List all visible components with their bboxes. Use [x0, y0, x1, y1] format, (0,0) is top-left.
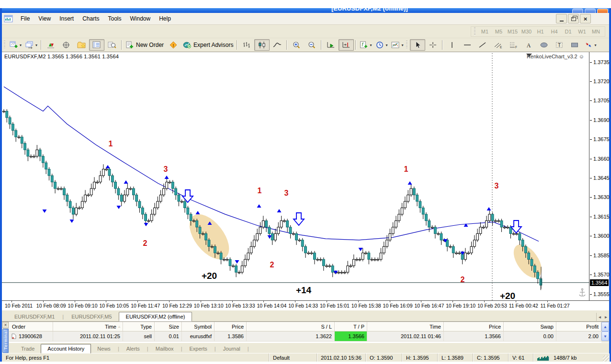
minimize-button[interactable] [572, 9, 583, 13]
resize-grip[interactable] [603, 355, 609, 362]
column-header-type-2[interactable]: Type [123, 322, 155, 331]
column-header-symbol-4[interactable]: Symbol [182, 322, 215, 331]
column-header-swap-10[interactable]: Swap [504, 322, 556, 331]
horizontal-line-button[interactable] [460, 39, 475, 51]
column-header-sl-6[interactable]: S / L [247, 322, 335, 331]
price-chart[interactable]: 123132123+20+14+20 EURUSDFXF,M2 1.3565 1… [2, 52, 589, 300]
text-label-button[interactable]: T [552, 39, 567, 51]
new-chart-button[interactable]: ▾ [8, 39, 23, 51]
strategy-tester-button[interactable] [104, 39, 120, 51]
chart-tab-3[interactable]: EURUSDFXF,M2 (offline) [119, 312, 192, 321]
terminal-tab-alerts[interactable]: Alerts [120, 344, 146, 353]
column-header-size-3[interactable]: Size [155, 322, 182, 331]
profiles-button[interactable]: ▾ [23, 39, 39, 51]
price-axis[interactable]: 1.37351.37201.37051.36901.36751.36601.36… [589, 52, 609, 300]
arrows-button[interactable]: ▾ [582, 39, 598, 51]
indicators-button[interactable]: f▾ [358, 39, 373, 51]
chart-tab-1[interactable]: EURUSDFXF,M1 [8, 312, 61, 321]
restore-button[interactable] [585, 9, 596, 13]
terminal-close-button[interactable]: × [2, 322, 9, 328]
terminal-tab-trade[interactable]: Trade [15, 344, 41, 353]
rectangle-button[interactable] [567, 39, 582, 51]
column-header-price-9[interactable]: Price [444, 322, 504, 331]
chart-close-button[interactable]: × [580, 14, 591, 23]
cursor-button[interactable] [410, 39, 425, 51]
terminal-tab-account-history[interactable]: Account History [41, 344, 91, 353]
column-header-time-8[interactable]: Time [367, 322, 444, 331]
timeframe-m1[interactable]: M1 [478, 27, 492, 36]
menu-window[interactable]: Window [126, 14, 155, 23]
equidistant-channel-button[interactable]: E [490, 39, 506, 51]
menu-help[interactable]: Help [155, 14, 175, 23]
terminal-button[interactable] [89, 39, 104, 51]
connection-bars-icon [537, 355, 550, 361]
price-tick: 1.3690 [593, 117, 610, 123]
zoom-out-button[interactable] [304, 39, 319, 51]
navigator-button[interactable] [74, 39, 89, 51]
chart-restore-button[interactable] [568, 14, 579, 23]
order-row[interactable]: 139006282011.02.11 01:25sell0.01eurusdfx… [9, 331, 601, 342]
vertical-line-button[interactable] [444, 39, 460, 51]
scroll-down-button[interactable]: ▼ [601, 331, 609, 341]
timeframe-mn[interactable]: MN [589, 27, 603, 36]
svg-text:3: 3 [284, 189, 289, 197]
dropdown-caret-icon: ▾ [401, 43, 403, 47]
time-tick: 10 Feb 11:47 [131, 303, 160, 309]
timeframe-m30[interactable]: M30 [520, 27, 533, 36]
timeframe-d1[interactable]: D1 [561, 27, 575, 36]
menu-view[interactable]: View [34, 14, 55, 23]
menu-insert[interactable]: Insert [55, 14, 78, 23]
tab-scroll-right-icon[interactable]: ▸ [603, 313, 609, 321]
zoom-in-button[interactable] [289, 39, 304, 51]
menu-tools[interactable]: Tools [104, 14, 126, 23]
expert-advisors-button[interactable]: Expert Advisors [181, 39, 235, 51]
timeframe-h1[interactable]: H1 [533, 27, 547, 36]
line-chart-button[interactable] [270, 39, 285, 51]
terminal-tab-mailbox[interactable]: Mailbox [149, 344, 180, 353]
ellipse-button[interactable] [536, 39, 552, 51]
timeframe-m5[interactable]: M5 [492, 27, 506, 36]
status-profile[interactable]: Default [269, 353, 317, 362]
profiles-icon [25, 41, 34, 49]
templates-button[interactable]: ▾ [389, 39, 405, 51]
chart-minimize-button[interactable] [556, 14, 567, 23]
terminal-tab-journal[interactable]: Journal [217, 344, 247, 353]
candlestick-button[interactable] [254, 39, 270, 51]
order-cell-order-0: 13900628 [9, 331, 53, 341]
chart-tab-2[interactable]: EURUSDFXF,M5 [65, 312, 118, 321]
chart-shift-button[interactable] [339, 39, 354, 51]
menu-file[interactable]: File [16, 14, 34, 23]
timeframe-h4[interactable]: H4 [547, 27, 561, 36]
terminal-scrollbar: ▲ ▼ [601, 322, 609, 342]
trendline-button[interactable] [475, 39, 490, 51]
column-header-order-0[interactable]: Order [9, 322, 53, 331]
scroll-up-button[interactable]: ▲ [601, 322, 609, 331]
data-window-button[interactable] [58, 39, 74, 51]
close-button[interactable] [597, 9, 608, 13]
periods-button[interactable]: ▾ [373, 39, 389, 51]
metaeditor-button[interactable]: ! [166, 39, 181, 51]
column-header-tp-7[interactable]: T / P [335, 322, 367, 331]
menu-charts[interactable]: Charts [78, 14, 103, 23]
terminal-panel: × Terminal OrderTime▵TypeSizeSymbolPrice… [2, 321, 609, 353]
fibonacci-button[interactable]: F [506, 39, 521, 51]
column-header-profit-11[interactable]: Profit [556, 322, 601, 331]
column-header-price-5[interactable]: Price [215, 322, 247, 331]
text-button[interactable]: A [521, 39, 536, 51]
terminal-panel-tab[interactable]: Terminal [2, 329, 9, 353]
timeframe-w1[interactable]: W1 [575, 27, 589, 36]
bar-chart-button[interactable] [239, 39, 254, 51]
crosshair-button[interactable] [425, 39, 441, 51]
market-watch-button[interactable] [43, 39, 58, 51]
order-cell-sl-6: 1.3622 [247, 331, 335, 341]
svg-text:1: 1 [258, 187, 262, 195]
terminal-side-strip: × Terminal [2, 322, 9, 353]
time-axis[interactable]: 10 Feb 201110 Feb 08:0910 Feb 09:1010 Fe… [2, 300, 609, 310]
column-header-time-1[interactable]: Time▵ [53, 322, 123, 331]
terminal-tab-experts[interactable]: Experts [183, 344, 213, 353]
tab-scroll-left-icon[interactable]: ◂ [596, 313, 603, 321]
new-order-button[interactable]: New Order [124, 39, 166, 51]
auto-scroll-button[interactable] [323, 39, 339, 51]
terminal-tab-news[interactable]: News [91, 344, 117, 353]
timeframe-m15[interactable]: M15 [506, 27, 520, 36]
